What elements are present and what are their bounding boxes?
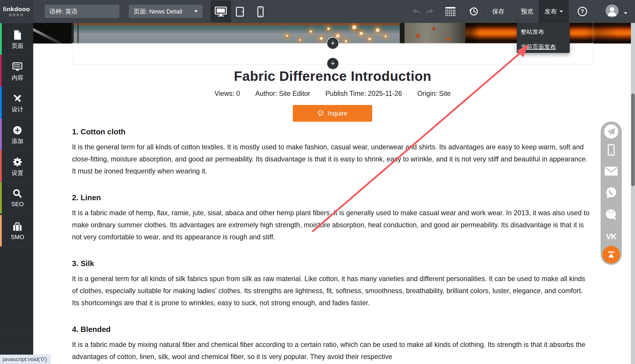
chevron-down-icon bbox=[624, 12, 627, 14]
page-select[interactable]: 页面: News Detail bbox=[129, 5, 203, 18]
sidebar-item-label: 设置 bbox=[2, 169, 33, 177]
smo-icon bbox=[12, 221, 23, 232]
logo-text: linkdooo bbox=[3, 6, 30, 12]
save-label: 保存 bbox=[492, 7, 504, 16]
settings-icon bbox=[12, 157, 23, 167]
left-sidebar: 页面 内容 bbox=[0, 23, 33, 364]
publish-dropdown-menu: 整站发布 当前页面发布 bbox=[517, 23, 570, 53]
article-meta: Views: 0 Author: Site Editor Publish Tim… bbox=[72, 90, 593, 98]
selection-border-right bbox=[593, 23, 593, 64]
content-icon bbox=[12, 61, 23, 72]
menu-item-label: 当前页面发布 bbox=[521, 43, 556, 51]
sidebar-item-label: 设计 bbox=[2, 106, 33, 113]
sidebar-item-settings[interactable]: 设置 bbox=[0, 150, 33, 182]
email-icon[interactable] bbox=[605, 167, 618, 176]
grid-blocks-icon[interactable] bbox=[445, 7, 456, 16]
chat-bubble-icon bbox=[317, 110, 325, 117]
publish-label: 发布 bbox=[544, 7, 557, 16]
toolbar-separator bbox=[484, 4, 484, 19]
social-float-bar: VK bbox=[601, 121, 622, 265]
scrollbar-thumb[interactable] bbox=[631, 93, 635, 186]
avatar[interactable] bbox=[606, 4, 619, 17]
qq-icon[interactable] bbox=[605, 208, 617, 221]
app-root: + + Fabric Difference Introduction Views… bbox=[0, 0, 635, 364]
article-title: Fabric Difference Introduction bbox=[72, 68, 593, 84]
section-silk: 3. Silk It is a general term for all kin… bbox=[72, 259, 591, 309]
top-toolbar: linkdooo 领度科技 语种: 英语 页面: News Detail bbox=[0, 0, 635, 23]
design-icon bbox=[12, 93, 23, 104]
sidebar-item-seo[interactable]: SEO bbox=[0, 182, 33, 213]
mobile-icon[interactable] bbox=[607, 144, 615, 156]
scrollbar-track[interactable] bbox=[631, 23, 635, 364]
sidebar-item-label: 添加 bbox=[2, 137, 33, 145]
meta-views: Views: 0 bbox=[215, 90, 240, 98]
sidebar-item-smo[interactable]: SMO bbox=[0, 215, 33, 246]
meta-origin: Origin: Site bbox=[417, 90, 451, 98]
sidebar-item-design[interactable]: 设计 bbox=[0, 86, 33, 118]
section-cotton: 1. Cotton cloth It is the general term f… bbox=[72, 127, 591, 177]
sidebar-item-add[interactable]: 添加 bbox=[0, 118, 33, 150]
whatsapp-icon[interactable] bbox=[605, 187, 617, 199]
device-desktop-icon[interactable] bbox=[214, 6, 228, 17]
section-heading: 2. Linen bbox=[72, 193, 591, 202]
section-paragraph: It is a fabric made by mixing natural fi… bbox=[72, 339, 591, 363]
publish-button[interactable]: 发布 bbox=[539, 0, 569, 23]
banner-dark-section bbox=[33, 23, 74, 44]
logo[interactable]: linkdooo 领度科技 bbox=[0, 0, 33, 23]
inquire-button[interactable]: Inquire bbox=[293, 105, 372, 122]
chevron-down-icon bbox=[194, 10, 198, 12]
account-menu-caret[interactable] bbox=[624, 10, 627, 15]
undo-icon[interactable] bbox=[412, 8, 421, 15]
telegram-icon[interactable] bbox=[604, 124, 619, 139]
sidebar-divider bbox=[0, 330, 33, 331]
article-body: 1. Cotton cloth It is the general term f… bbox=[72, 127, 591, 363]
preview-label: 预览 bbox=[521, 7, 533, 16]
banner-streak bbox=[33, 24, 69, 44]
section-paragraph: It is the general term for all kinds of … bbox=[72, 141, 591, 177]
accent-bar bbox=[0, 215, 2, 246]
chevron-down-icon bbox=[559, 11, 563, 12]
sidebar-item-content[interactable]: 内容 bbox=[0, 55, 33, 86]
device-tablet-icon[interactable] bbox=[235, 6, 245, 17]
sidebar-item-label: SMO bbox=[2, 234, 33, 241]
help-label: ? bbox=[581, 8, 584, 15]
sidebar-item-page[interactable]: 页面 bbox=[0, 23, 33, 55]
save-button[interactable]: 保存 bbox=[489, 0, 508, 23]
menu-item-publish-current-page[interactable]: 当前页面发布 bbox=[517, 41, 570, 53]
selection-border-left bbox=[72, 23, 72, 64]
page-select-label: 页面: News Detail bbox=[133, 7, 182, 16]
menu-item-label: 整站发布 bbox=[521, 28, 544, 36]
redo-icon[interactable] bbox=[425, 8, 434, 15]
language-select-label: 语种: 英语 bbox=[49, 7, 78, 16]
section-heading: 1. Cotton cloth bbox=[72, 127, 591, 136]
history-icon[interactable] bbox=[469, 6, 479, 17]
add-block-button-bottom[interactable]: + bbox=[327, 57, 339, 70]
section-linen: 2. Linen It is a fabric made of hemp, fl… bbox=[72, 193, 591, 243]
banner-weld-seam bbox=[77, 23, 79, 44]
vk-icon[interactable]: VK bbox=[606, 232, 616, 241]
meta-publish-time: Publish Time: 2025-11-26 bbox=[325, 90, 402, 98]
vk-label: VK bbox=[606, 232, 616, 241]
section-heading: 3. Silk bbox=[72, 259, 591, 268]
link-status-tooltip: javascript:void('0') bbox=[0, 355, 51, 364]
section-heading: 4. Blended bbox=[72, 325, 591, 334]
section-paragraph: It is a fabric made of hemp, flax, ramie… bbox=[72, 207, 591, 243]
banner-metal-section bbox=[73, 23, 400, 44]
sidebar-item-label: 内容 bbox=[2, 74, 33, 82]
add-icon bbox=[12, 125, 23, 136]
help-button[interactable]: ? bbox=[578, 7, 587, 16]
add-block-button-top[interactable]: + bbox=[327, 37, 339, 49]
device-mobile-icon[interactable] bbox=[256, 6, 265, 18]
logo-subtitle: 领度科技 bbox=[9, 13, 24, 17]
language-select[interactable]: 语种: 英语 bbox=[45, 5, 119, 18]
inquire-label: Inquire bbox=[327, 110, 347, 117]
back-to-top-icon[interactable] bbox=[602, 246, 620, 263]
banner-pillar bbox=[405, 23, 465, 44]
section-blended: 4. Blended It is a fabric made by mixing… bbox=[72, 325, 591, 363]
preview-button[interactable]: 预览 bbox=[518, 0, 536, 23]
meta-author: Author: Site Editor bbox=[255, 90, 310, 98]
menu-item-publish-site[interactable]: 整站发布 bbox=[517, 26, 570, 38]
seo-icon bbox=[12, 188, 23, 199]
sidebar-item-label: 页面 bbox=[2, 42, 33, 50]
banner-gap bbox=[400, 23, 405, 44]
